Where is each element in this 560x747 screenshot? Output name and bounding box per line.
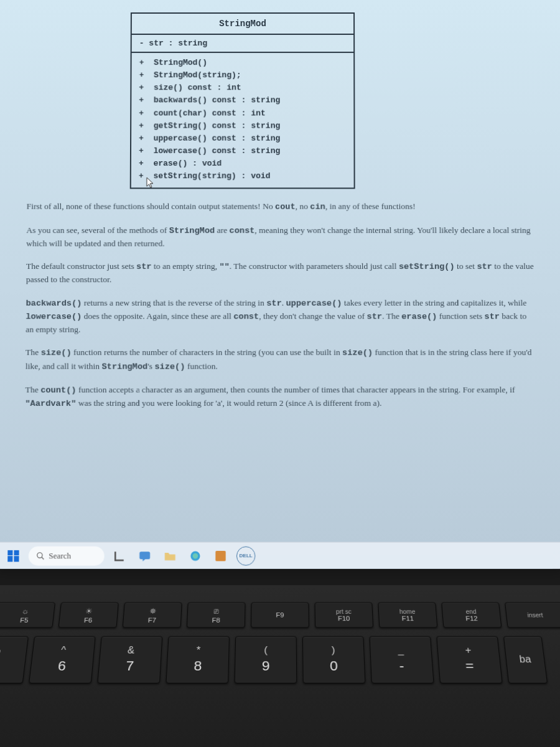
uml-method: + backwards() const : string: [139, 95, 346, 107]
uml-method: + StringMod(string);: [139, 69, 346, 82]
key-5[interactable]: % 5: [0, 636, 29, 684]
uml-method: + uppercase() const : string: [139, 133, 346, 145]
key-f7[interactable]: ✵ F7: [123, 602, 182, 627]
key-f12[interactable]: end F12: [441, 602, 502, 627]
taskbar-app-icon[interactable]: [134, 545, 155, 566]
windows-taskbar[interactable]: Search DELL: [0, 542, 560, 569]
document-body: First of all, none of these functions sh…: [16, 200, 544, 411]
windows-logo-icon: [7, 550, 19, 561]
l-shape-icon: [113, 549, 126, 562]
brightness-down-icon: ☼: [21, 606, 30, 615]
uml-methods: + StringMod() + StringMod(string); + siz…: [131, 53, 354, 188]
key-minus[interactable]: _ -: [370, 636, 434, 684]
key-insert[interactable]: insert: [505, 602, 560, 627]
uml-method: + count(char) const : int: [139, 107, 346, 120]
taskbar-app-icon[interactable]: [110, 545, 130, 566]
key-backspace[interactable]: ba: [503, 636, 548, 684]
start-button[interactable]: [3, 545, 24, 566]
key-7[interactable]: & 7: [97, 636, 162, 684]
taskbar-search[interactable]: Search: [29, 546, 105, 565]
edge-icon: [189, 549, 202, 562]
taskbar-app-icon[interactable]: [210, 545, 231, 566]
key-8[interactable]: * 8: [166, 636, 230, 684]
key-f5[interactable]: ☼ F5: [0, 602, 55, 627]
chat-icon: [138, 550, 151, 561]
uml-method: + getString() const : string: [139, 120, 346, 132]
brightness-up-icon: ☀: [85, 606, 93, 615]
key-f10[interactable]: prt sc F10: [314, 602, 373, 627]
uml-attribute: - str : string: [132, 35, 354, 53]
svg-point-4: [193, 553, 198, 558]
taskbar-app-icon[interactable]: [160, 545, 180, 566]
dell-logo-icon: DELL: [236, 546, 255, 565]
paragraph: The size() function returns the number o…: [26, 346, 534, 373]
folder-icon: [164, 550, 176, 561]
taskbar-app-icon[interactable]: DELL: [236, 545, 256, 566]
app-square-icon: [215, 550, 226, 561]
key-9[interactable]: ( 9: [235, 636, 297, 684]
svg-point-0: [37, 552, 42, 557]
taskbar-app-icon[interactable]: [185, 545, 206, 566]
key-equals[interactable]: + =: [436, 636, 503, 684]
svg-rect-2: [139, 552, 150, 559]
uml-method: + setString(string) : void: [139, 170, 347, 182]
paragraph: First of all, none of these functions sh…: [27, 200, 534, 214]
key-f9[interactable]: F9: [251, 602, 309, 627]
number-key-row: % 5 ^ 6 & 7 * 8 ( 9 ) 0 _ - + =: [0, 636, 560, 684]
uml-method: + size() const : int: [139, 82, 346, 95]
key-f6[interactable]: ☀ F6: [58, 602, 119, 627]
key-f8[interactable]: ⎚ F8: [187, 602, 246, 627]
key-f11[interactable]: home F11: [378, 602, 437, 627]
uml-method: + StringMod(): [139, 57, 347, 69]
backlight-icon: ✵: [149, 606, 156, 615]
search-placeholder: Search: [49, 550, 71, 560]
paragraph: backwards() returns a new string that is…: [26, 296, 534, 336]
laptop-screen: StringMod - str : string + StringMod() +…: [0, 0, 560, 569]
uml-class-diagram: StringMod - str : string + StringMod() +…: [130, 12, 355, 189]
search-icon: [36, 551, 45, 560]
key-6[interactable]: ^ 6: [29, 636, 96, 684]
paragraph: As you can see, several of the methods o…: [26, 224, 534, 250]
svg-rect-5: [215, 550, 225, 561]
laptop-keyboard: ☼ F5 ☀ F6 ✵ F7 ⎚ F8 F9 prt sc F10 home F…: [0, 585, 560, 747]
paragraph: The count() function accepts a character…: [25, 383, 534, 410]
key-0[interactable]: ) 0: [302, 636, 366, 684]
function-key-row: ☼ F5 ☀ F6 ✵ F7 ⎚ F8 F9 prt sc F10 home F…: [0, 602, 560, 627]
document-content: StringMod - str : string + StringMod() +…: [0, 0, 560, 427]
uml-method: + lowercase() const : string: [139, 145, 346, 157]
svg-line-1: [42, 557, 44, 559]
uml-method: + erase() : void: [139, 157, 347, 170]
paragraph: The default constructor just sets str to…: [26, 260, 534, 286]
uml-class-name: StringMod: [132, 14, 353, 35]
project-icon: ⎚: [213, 606, 219, 615]
